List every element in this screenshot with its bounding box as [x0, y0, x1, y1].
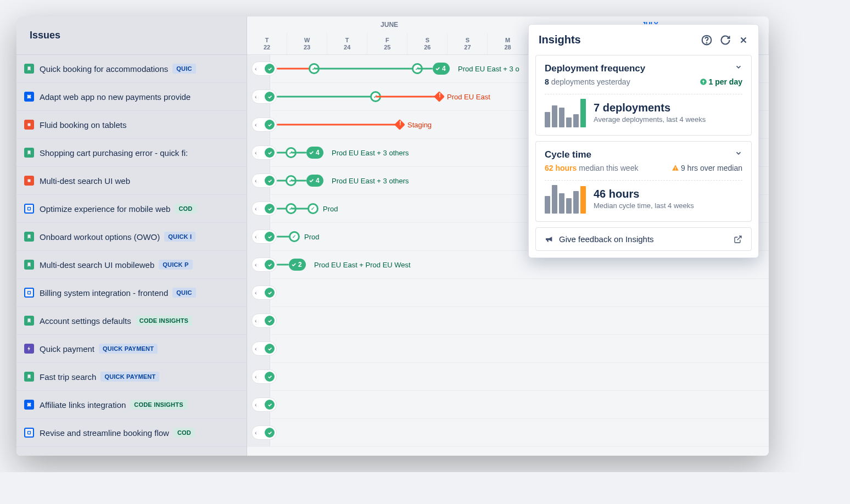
timeline-row: ‹: [247, 419, 769, 447]
expand-pill[interactable]: ‹: [251, 425, 277, 440]
deployment-count-pill[interactable]: 4: [306, 175, 323, 187]
chevron-left-icon: ‹: [254, 261, 258, 268]
expand-pill[interactable]: ‹: [251, 313, 277, 328]
external-link-icon: [734, 235, 742, 244]
issue-title: Optimize experience for mobile web: [40, 204, 170, 214]
timeline-connector: [376, 96, 436, 98]
epic-badge[interactable]: COD: [175, 204, 196, 214]
epic-badge[interactable]: QUICK I: [164, 232, 195, 242]
issue-type-icon: [24, 428, 34, 438]
epic-badge[interactable]: CODE INSIGHTS: [130, 400, 187, 410]
check-icon: [265, 316, 275, 326]
failure-icon[interactable]: [394, 119, 405, 130]
cycle-sparkline: [545, 185, 586, 214]
epic-badge[interactable]: QUICK PAYMENT: [99, 344, 158, 354]
deployment-count-pill[interactable]: 4: [306, 147, 323, 159]
panel-title: Insights: [539, 33, 581, 46]
svg-rect-8: [675, 167, 675, 169]
cycle-value-text: 62 hours median this week: [545, 164, 638, 172]
issue-title: Account settings defaults: [40, 316, 131, 326]
feedback-link[interactable]: Give feedback on Insights: [535, 227, 752, 251]
expand-pill[interactable]: ‹: [251, 257, 277, 272]
deployment-count-pill[interactable]: 2: [289, 259, 306, 271]
issue-type-icon: [24, 148, 34, 158]
cycle-time-card[interactable]: Cycle time 62 hours median this week 9 h…: [535, 141, 752, 222]
issue-row[interactable]: Quick payment QUICK PAYMENT: [16, 335, 247, 363]
expand-pill[interactable]: ‹: [251, 341, 277, 356]
sparkline-bar: [580, 99, 586, 127]
day-column[interactable]: F25: [367, 33, 407, 54]
expand-pill[interactable]: ‹: [251, 201, 277, 216]
cycle-metric-sub: Median cycle time, last 4 weeks: [594, 201, 742, 211]
check-icon: [265, 288, 275, 298]
trend-up: 1 per day: [700, 77, 742, 86]
app-window: Issues Quick booking for accommodations …: [16, 16, 769, 456]
sparkline-bar: [552, 105, 557, 127]
day-column[interactable]: T24: [327, 33, 367, 54]
issue-row[interactable]: Multi-dest search UI web: [16, 167, 247, 195]
epic-badge[interactable]: CODE INSIGHTS: [136, 316, 192, 326]
expand-pill[interactable]: ‹: [251, 117, 277, 132]
failure-icon[interactable]: [434, 91, 445, 102]
issue-row[interactable]: Fast trip search QUICK PAYMENT: [16, 363, 247, 391]
close-icon[interactable]: [739, 35, 748, 45]
chevron-down-icon[interactable]: [735, 149, 742, 157]
expand-pill[interactable]: ‹: [251, 145, 277, 160]
epic-badge[interactable]: QUIC: [172, 64, 195, 74]
expand-pill[interactable]: ‹: [251, 285, 277, 300]
panel-header: Insights: [529, 25, 758, 55]
timeline-connector: [291, 152, 306, 154]
issues-list: Quick booking for accommodations QUIC Ad…: [16, 55, 247, 447]
issue-row[interactable]: Billing system integration - frontend QU…: [16, 279, 247, 307]
issue-row[interactable]: Account settings defaults CODE INSIGHTS: [16, 307, 247, 335]
deployment-dot[interactable]: [289, 231, 300, 242]
issue-row[interactable]: Fluid booking on tablets: [16, 111, 247, 139]
help-icon[interactable]: [701, 35, 712, 46]
sparkline-bar: [573, 191, 579, 214]
deployment-count-pill[interactable]: 4: [433, 63, 450, 75]
expand-pill[interactable]: ‹: [251, 173, 277, 188]
timeline-connector: [277, 96, 376, 98]
epic-badge[interactable]: QUICK PAYMENT: [100, 372, 159, 382]
issue-row[interactable]: Adapt web app no new payments provide: [16, 83, 247, 111]
check-icon: [265, 148, 275, 158]
deployment-frequency-card[interactable]: Deployment frequency 8 deployments yeste…: [535, 55, 752, 136]
issue-row[interactable]: Multi-dest search UI mobileweb QUICK P: [16, 251, 247, 279]
issue-title: Fluid booking on tablets: [40, 120, 126, 130]
expand-pill[interactable]: ‹: [251, 61, 277, 76]
issue-row[interactable]: Affiliate links integration CODE INSIGHT…: [16, 391, 247, 419]
check-icon: [265, 92, 275, 102]
epic-badge[interactable]: QUICK P: [159, 260, 192, 270]
day-column[interactable]: S26: [407, 33, 448, 54]
issue-row[interactable]: Shopping cart purchasing error - quick f…: [16, 139, 247, 167]
environment-label: Staging: [407, 121, 432, 129]
epic-badge[interactable]: COD: [174, 428, 195, 438]
issue-title: Quick payment: [40, 344, 94, 354]
chevron-down-icon[interactable]: [735, 63, 742, 71]
month-label: JUNE: [247, 16, 532, 33]
timeline-row: ‹: [247, 307, 769, 335]
issue-title: Adapt web app no new payments provide: [40, 92, 191, 102]
issue-row[interactable]: Revise and streamline booking flow COD: [16, 419, 247, 447]
day-column[interactable]: M28: [488, 33, 528, 54]
issue-row[interactable]: Onboard workout options (OWO) QUICK I: [16, 223, 247, 251]
chevron-left-icon: ‹: [254, 289, 258, 296]
check-icon: [265, 260, 275, 270]
issue-row[interactable]: Quick booking for accommodations QUIC: [16, 55, 247, 83]
expand-pill[interactable]: ‹: [251, 397, 277, 412]
check-icon: [265, 204, 275, 214]
epic-badge[interactable]: QUIC: [172, 288, 195, 298]
issue-type-icon: [24, 288, 34, 298]
expand-pill[interactable]: ‹: [251, 229, 277, 244]
day-column[interactable]: S27: [448, 33, 488, 54]
deployment-dot[interactable]: [307, 203, 318, 214]
expand-pill[interactable]: ‹: [251, 89, 277, 104]
check-icon: [265, 400, 275, 410]
issue-row[interactable]: Optimize experience for mobile web COD: [16, 195, 247, 223]
refresh-icon[interactable]: [720, 35, 731, 46]
svg-rect-1: [28, 180, 31, 182]
day-column[interactable]: W23: [287, 33, 327, 54]
day-column[interactable]: T22: [247, 33, 287, 54]
expand-pill[interactable]: ‹: [251, 369, 277, 384]
svg-rect-4: [28, 432, 31, 434]
